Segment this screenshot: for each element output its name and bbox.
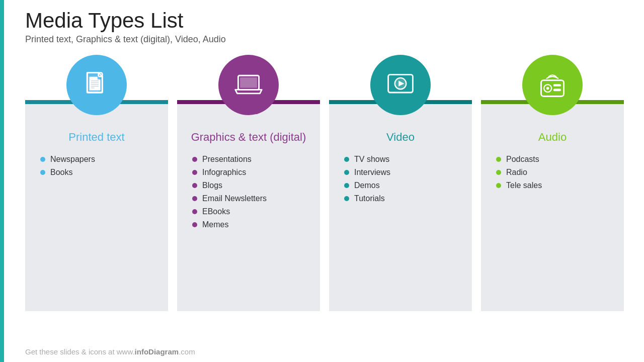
card-title-2: Graphics & text (digital) bbox=[191, 130, 306, 145]
bullet-dot bbox=[344, 183, 349, 188]
list-item: Tutorials bbox=[344, 194, 462, 203]
bullet-dot bbox=[192, 183, 197, 188]
card-title-4: Audio bbox=[538, 130, 567, 145]
list-item-text: Tele sales bbox=[506, 181, 542, 190]
page-title: Media Types List bbox=[25, 9, 624, 32]
list-item-text: Newspapers bbox=[50, 155, 95, 164]
list-item-text: TV shows bbox=[354, 155, 389, 164]
bullet-dot bbox=[40, 157, 45, 162]
list-item: Memes bbox=[192, 220, 310, 229]
list-item: Infographics bbox=[192, 168, 310, 177]
bullet-dot bbox=[344, 157, 349, 162]
bullet-dot bbox=[496, 183, 501, 188]
list-item-text: Infographics bbox=[202, 168, 246, 177]
list-item-text: Interviews bbox=[354, 168, 390, 177]
icon-circle-2 bbox=[218, 55, 279, 115]
bullet-dot bbox=[496, 157, 501, 162]
list-item: Blogs bbox=[192, 181, 310, 190]
card-title-3: Video bbox=[386, 130, 415, 145]
list-item-text: Tutorials bbox=[354, 194, 385, 203]
svg-text:📄: 📄 bbox=[87, 75, 103, 92]
list-item-text: Email Newsletters bbox=[202, 194, 267, 203]
list-item: TV shows bbox=[344, 155, 462, 164]
bullet-dot bbox=[40, 170, 45, 175]
list-item: Interviews bbox=[344, 168, 462, 177]
bullet-dot bbox=[496, 170, 501, 175]
bullet-list-1: NewspapersBooks bbox=[35, 155, 158, 181]
list-item-text: Podcasts bbox=[506, 155, 539, 164]
svg-rect-15 bbox=[553, 89, 561, 92]
bullet-dot bbox=[192, 196, 197, 201]
bullet-dot bbox=[192, 209, 197, 214]
list-item: Podcasts bbox=[496, 155, 614, 164]
list-item: Email Newsletters bbox=[192, 194, 310, 203]
list-item-text: Memes bbox=[202, 220, 228, 229]
svg-rect-14 bbox=[553, 84, 561, 86]
bullet-dot bbox=[192, 170, 197, 175]
bullet-dot bbox=[344, 196, 349, 201]
card-column-4: AudioPodcastsRadioTele sales bbox=[481, 55, 624, 311]
card-body-1: Printed textNewspapersBooks bbox=[25, 100, 168, 311]
left-accent-bar bbox=[0, 0, 4, 362]
list-item-text: Books bbox=[50, 168, 72, 177]
list-item: EBooks bbox=[192, 207, 310, 216]
card-column-3: VideoTV showsInterviewsDemosTutorials bbox=[329, 55, 472, 311]
card-body-2: Graphics & text (digital)PresentationsIn… bbox=[177, 100, 320, 311]
list-item-text: Demos bbox=[354, 181, 380, 190]
svg-point-13 bbox=[546, 87, 549, 90]
card-column-2: Graphics & text (digital)PresentationsIn… bbox=[177, 55, 320, 311]
card-body-3: VideoTV showsInterviewsDemosTutorials bbox=[329, 100, 472, 311]
footer: Get these slides & icons at www.infoDiag… bbox=[25, 347, 195, 356]
main-content: 📄 Printed textNewspapersBooks Graphics &… bbox=[0, 50, 644, 316]
icon-circle-3 bbox=[370, 55, 431, 115]
page-subtitle: Printed text, Graphics & text (digital),… bbox=[25, 34, 624, 45]
list-item: Presentations bbox=[192, 155, 310, 164]
list-item-text: Radio bbox=[506, 168, 527, 177]
footer-text-before: Get these slides & icons at www. bbox=[25, 347, 135, 356]
footer-text-after: .com bbox=[179, 347, 195, 356]
header: Media Types List Printed text, Graphics … bbox=[0, 0, 644, 50]
icon-circle-4 bbox=[522, 55, 583, 115]
list-item: Tele sales bbox=[496, 181, 614, 190]
list-item: Books bbox=[40, 168, 158, 177]
bullet-dot bbox=[192, 157, 197, 162]
list-item: Radio bbox=[496, 168, 614, 177]
footer-brand: infoDiagram bbox=[135, 347, 179, 356]
icon-circle-1: 📄 bbox=[66, 55, 127, 115]
list-item: Newspapers bbox=[40, 155, 158, 164]
list-item-text: Presentations bbox=[202, 155, 252, 164]
list-item-text: Blogs bbox=[202, 181, 222, 190]
card-title-1: Printed text bbox=[68, 130, 124, 145]
svg-rect-7 bbox=[240, 77, 257, 88]
card-column-1: 📄 Printed textNewspapersBooks bbox=[25, 55, 168, 311]
card-body-4: AudioPodcastsRadioTele sales bbox=[481, 100, 624, 311]
list-item-text: EBooks bbox=[202, 207, 230, 216]
bullet-dot bbox=[192, 222, 197, 227]
bullet-list-2: PresentationsInfographicsBlogsEmail News… bbox=[187, 155, 310, 233]
bullet-dot bbox=[344, 170, 349, 175]
bullet-list-3: TV showsInterviewsDemosTutorials bbox=[339, 155, 462, 207]
bullet-list-4: PodcastsRadioTele sales bbox=[491, 155, 614, 194]
list-item: Demos bbox=[344, 181, 462, 190]
